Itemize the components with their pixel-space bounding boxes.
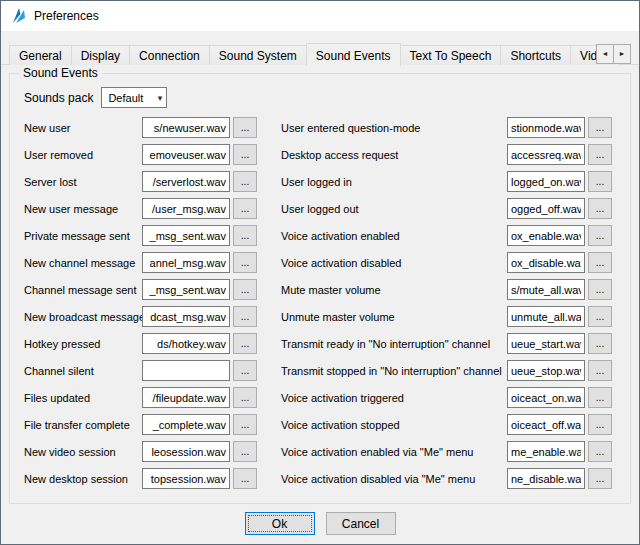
browse-button[interactable]: ... (233, 225, 257, 246)
sound-event-label: User entered question-mode (281, 122, 507, 134)
browse-button[interactable]: ... (588, 144, 612, 165)
browse-button[interactable]: ... (588, 171, 612, 192)
sound-file-input[interactable] (142, 252, 230, 273)
title-bar: Preferences (1, 1, 639, 31)
cancel-button[interactable]: Cancel (326, 512, 396, 535)
browse-button[interactable]: ... (233, 117, 257, 138)
sound-file-input[interactable] (507, 387, 585, 408)
row-new-broadcast-message: New broadcast message ... (24, 306, 257, 327)
row-voice-activation-triggered: Voice activation triggered ... (281, 387, 612, 408)
browse-button[interactable]: ... (588, 441, 612, 462)
row-user-logged-out: User logged out ... (281, 198, 612, 219)
row-transmit-ready: Transmit ready in "No interruption" chan… (281, 333, 612, 354)
browse-button[interactable]: ... (588, 414, 612, 435)
browse-button[interactable]: ... (233, 306, 257, 327)
sound-event-label: New desktop session (24, 473, 142, 485)
tab-page-sound-events: Sound Events Sounds pack Default ▾ New u… (1, 64, 639, 544)
sound-event-label: User logged in (281, 176, 507, 188)
sound-file-input[interactable] (142, 441, 230, 462)
sound-file-input[interactable] (142, 225, 230, 246)
browse-button[interactable]: ... (588, 387, 612, 408)
row-new-channel-message: New channel message ... (24, 252, 257, 273)
sound-file-input[interactable] (507, 144, 585, 165)
browse-button[interactable]: ... (233, 252, 257, 273)
browse-button[interactable]: ... (588, 225, 612, 246)
row-new-user: New user ... (24, 117, 257, 138)
sound-file-input[interactable] (142, 387, 230, 408)
row-server-lost: Server lost ... (24, 171, 257, 192)
row-user-logged-in: User logged in ... (281, 171, 612, 192)
chevron-down-icon: ▾ (158, 93, 163, 103)
tab-sound-system[interactable]: Sound System (209, 45, 307, 65)
sound-file-input[interactable] (507, 468, 585, 489)
browse-button[interactable]: ... (588, 117, 612, 138)
sound-file-input[interactable] (142, 333, 230, 354)
tab-shortcuts[interactable]: Shortcuts (500, 45, 571, 65)
browse-button[interactable]: ... (233, 171, 257, 192)
browse-button[interactable]: ... (588, 333, 612, 354)
browse-button[interactable]: ... (588, 198, 612, 219)
sound-file-input[interactable] (507, 279, 585, 300)
browse-button[interactable]: ... (588, 279, 612, 300)
sound-file-input[interactable] (507, 117, 585, 138)
sound-events-groupbox: Sound Events Sounds pack Default ▾ New u… (9, 73, 631, 504)
sound-file-input[interactable] (142, 279, 230, 300)
tab-general[interactable]: General (9, 45, 72, 65)
sound-file-input[interactable] (142, 144, 230, 165)
sound-file-input[interactable] (507, 414, 585, 435)
window-title: Preferences (34, 9, 99, 23)
tab-connection[interactable]: Connection (129, 45, 210, 65)
browse-button[interactable]: ... (233, 198, 257, 219)
sound-file-input[interactable] (507, 225, 585, 246)
browse-button[interactable]: ... (588, 468, 612, 489)
row-voice-activation-enabled: Voice activation enabled ... (281, 225, 612, 246)
sound-file-input[interactable] (507, 252, 585, 273)
tab-display[interactable]: Display (71, 45, 130, 65)
sound-event-label: Server lost (24, 176, 142, 188)
sound-event-label: User removed (24, 149, 142, 161)
browse-button[interactable]: ... (233, 387, 257, 408)
sound-event-label: Voice activation enabled (281, 230, 507, 242)
sounds-pack-row: Sounds pack Default ▾ (24, 87, 618, 108)
sound-file-input[interactable] (507, 441, 585, 462)
sounds-pack-value: Default (108, 92, 143, 104)
browse-button[interactable]: ... (588, 306, 612, 327)
sound-event-label: Unmute master volume (281, 311, 507, 323)
sound-file-input[interactable] (507, 360, 585, 381)
tab-sound-events[interactable]: Sound Events (306, 43, 401, 66)
sound-file-input[interactable] (142, 171, 230, 192)
browse-button[interactable]: ... (233, 279, 257, 300)
ok-button[interactable]: Ok (245, 512, 315, 535)
tab-text-to-speech[interactable]: Text To Speech (400, 45, 502, 65)
browse-button[interactable]: ... (588, 252, 612, 273)
browse-button[interactable]: ... (233, 414, 257, 435)
browse-button[interactable]: ... (233, 360, 257, 381)
browse-button[interactable]: ... (588, 360, 612, 381)
sound-event-label: New user (24, 122, 142, 134)
row-channel-message-sent: Channel message sent ... (24, 279, 257, 300)
tab-scroll-left-button[interactable]: ◄ (596, 44, 614, 64)
sound-file-input[interactable] (142, 198, 230, 219)
sound-event-label: Files updated (24, 392, 142, 404)
sound-file-input[interactable] (507, 333, 585, 354)
sound-file-input[interactable] (507, 306, 585, 327)
row-user-entered-question-mode: User entered question-mode ... (281, 117, 612, 138)
sound-file-input[interactable] (507, 171, 585, 192)
sound-file-input[interactable] (142, 360, 230, 381)
browse-button[interactable]: ... (233, 441, 257, 462)
sound-file-input[interactable] (142, 117, 230, 138)
browse-button[interactable]: ... (233, 333, 257, 354)
browse-button[interactable]: ... (233, 468, 257, 489)
sound-file-input[interactable] (142, 468, 230, 489)
sounds-pack-select[interactable]: Default ▾ (101, 87, 167, 108)
sound-file-input[interactable] (142, 414, 230, 435)
tab-scroll-right-button[interactable]: ► (613, 44, 631, 64)
row-channel-silent: Channel silent ... (24, 360, 257, 381)
sound-event-label: Voice activation stopped (281, 419, 507, 431)
sound-event-label: Voice activation disabled (281, 257, 507, 269)
sound-event-label: New channel message (24, 257, 142, 269)
browse-button[interactable]: ... (233, 144, 257, 165)
row-files-updated: Files updated ... (24, 387, 257, 408)
sound-file-input[interactable] (142, 306, 230, 327)
sound-file-input[interactable] (507, 198, 585, 219)
